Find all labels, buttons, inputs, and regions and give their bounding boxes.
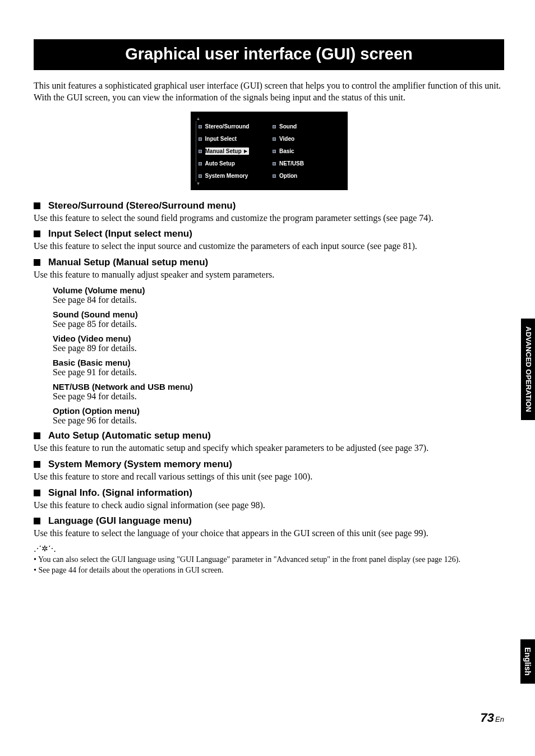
gui-item-video: Video — [273, 133, 343, 145]
sub-desc: See page 84 for details. — [53, 295, 504, 305]
side-tab-english: English — [520, 639, 535, 684]
bullet-icon — [34, 518, 40, 524]
sub-heading: Volume (Volume menu) — [53, 285, 504, 295]
section-heading: Input Select (Input select menu) — [48, 228, 192, 239]
note-item: See page 44 for details about the operat… — [34, 565, 504, 576]
sub-desc: See page 94 for details. — [53, 391, 504, 402]
gui-item-netusb: NET/USB — [273, 158, 343, 169]
sub-desc: See page 91 for details. — [53, 367, 504, 377]
gui-item-option: Option — [273, 170, 343, 182]
bullet-icon — [34, 432, 40, 439]
section-heading: Language (GUI language menu) — [48, 515, 192, 527]
section-desc: Use this feature to check audio signal i… — [34, 500, 504, 511]
notes-list: You can also select the GUI language usi… — [34, 555, 504, 576]
sub-heading: Sound (Sound menu) — [53, 310, 504, 319]
scroll-up-icon: ▲ — [196, 117, 343, 121]
section-stereo-surround: Stereo/Surround (Stereo/Surround menu) U… — [34, 200, 504, 224]
gui-item-input-select: Input Select — [199, 133, 269, 145]
section-desc: Use this feature to select the sound fie… — [34, 213, 504, 224]
section-manual-setup: Manual Setup (Manual setup menu) Use thi… — [34, 257, 504, 426]
bullet-icon — [34, 202, 40, 209]
section-signal-info: Signal Info. (Signal information) Use th… — [34, 487, 504, 511]
bullet-icon — [34, 231, 40, 237]
sub-heading: Video (Video menu) — [53, 334, 504, 343]
section-heading: Stereo/Surround (Stereo/Surround menu) — [48, 200, 236, 211]
section-heading: Signal Info. (Signal information) — [48, 487, 192, 499]
side-tab-advanced-operation: ADVANCED OPERATION — [521, 319, 535, 420]
note-item: You can also select the GUI language usi… — [34, 555, 504, 565]
sub-heading: NET/USB (Network and USB menu) — [53, 382, 504, 391]
chevron-right-icon: ▶ — [244, 149, 247, 154]
sub-heading: Option (Option menu) — [53, 406, 504, 416]
gui-item-sound: Sound — [273, 121, 343, 132]
gui-item-system-memory: System Memory — [199, 170, 269, 182]
gui-menu-figure: ▲ Stereo/Surround Input Select Manual Se… — [191, 112, 348, 190]
section-desc: Use this feature to store and recall var… — [34, 471, 504, 483]
section-desc: Use this feature to run the automatic se… — [34, 442, 504, 454]
sub-heading: Basic (Basic menu) — [53, 358, 504, 367]
bullet-icon — [34, 490, 40, 496]
sub-desc: See page 96 for details. — [53, 416, 504, 426]
gui-item-manual-setup: Manual Setup▶ — [199, 146, 269, 157]
section-desc: Use this feature to select the input sou… — [34, 241, 504, 252]
bullet-icon — [34, 259, 40, 266]
gui-item-basic: Basic — [273, 146, 343, 157]
gui-item-stereo-surround: Stereo/Surround — [199, 121, 269, 132]
intro-text: This unit features a sophisticated graph… — [34, 80, 504, 104]
section-heading: Manual Setup (Manual setup menu) — [48, 257, 208, 268]
section-heading: System Memory (System memory menu) — [48, 459, 232, 470]
page-number: 73En — [481, 711, 504, 725]
sub-volume: Volume (Volume menu) See page 84 for det… — [53, 285, 504, 426]
bullet-icon — [34, 461, 40, 468]
sub-desc: See page 85 for details. — [53, 319, 504, 329]
tip-icon: ⋰✲⋱ — [34, 544, 504, 554]
sub-desc: See page 89 for details. — [53, 343, 504, 353]
scroll-down-icon: ▼ — [196, 182, 343, 186]
section-system-memory: System Memory (System memory menu) Use t… — [34, 459, 504, 483]
section-language: Language (GUI language menu) Use this fe… — [34, 515, 504, 540]
gui-item-auto-setup: Auto Setup — [199, 158, 269, 169]
section-desc: Use this feature to manually adjust spea… — [34, 269, 504, 281]
section-input-select: Input Select (Input select menu) Use thi… — [34, 228, 504, 252]
section-auto-setup: Auto Setup (Automatic setup menu) Use th… — [34, 430, 504, 454]
section-desc: Use this feature to select the language … — [34, 528, 504, 540]
section-heading: Auto Setup (Automatic setup menu) — [48, 430, 211, 441]
page-title: Graphical user interface (GUI) screen — [34, 39, 504, 70]
